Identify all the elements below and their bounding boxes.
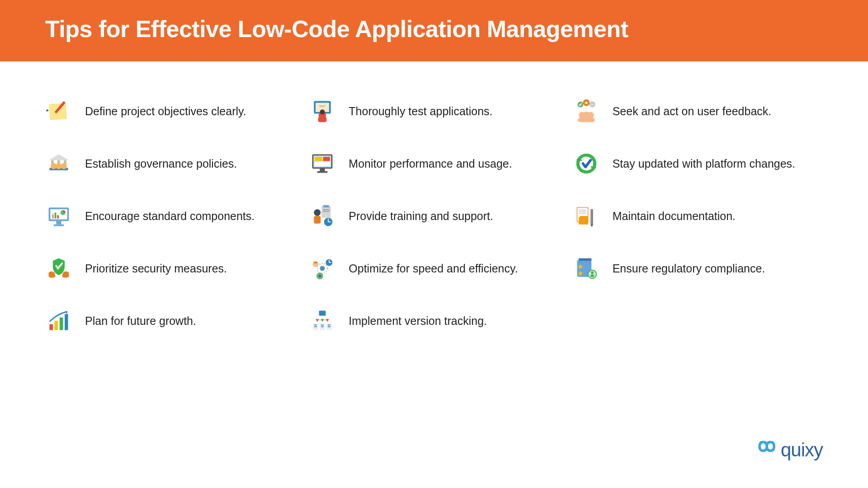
svg-point-76 xyxy=(592,104,593,105)
svg-rect-42 xyxy=(314,216,321,224)
brand-logo: quixy xyxy=(755,439,823,461)
svg-rect-20 xyxy=(55,321,58,330)
tip-label: Implement version tracking. xyxy=(349,314,487,328)
svg-point-69 xyxy=(587,112,594,119)
svg-marker-2 xyxy=(46,109,49,113)
column-1: Define project objectives clearly. Estab… xyxy=(45,98,295,334)
svg-point-75 xyxy=(591,104,592,105)
optimize-icon xyxy=(309,255,336,282)
svg-point-10 xyxy=(61,163,67,169)
svg-point-77 xyxy=(593,104,594,105)
infinity-icon xyxy=(755,439,776,461)
testing-icon: TEST xyxy=(309,98,336,125)
tip-item: Monitor performance and usage. xyxy=(309,150,559,177)
column-2: TEST Thoroughly test applications. xyxy=(309,98,559,334)
svg-marker-7 xyxy=(49,154,69,160)
note-pencil-icon xyxy=(45,98,72,125)
page-title: Tips for Effective Low-Code Application … xyxy=(45,15,823,42)
svg-rect-86 xyxy=(579,258,591,261)
tip-item: Implement version tracking. xyxy=(309,307,559,334)
content-grid: Define project objectives clearly. Estab… xyxy=(0,61,868,334)
svg-rect-34 xyxy=(315,162,330,166)
monitor-icon xyxy=(309,150,336,177)
tip-item: Define project objectives clearly. xyxy=(45,98,295,125)
tip-label: Plan for future growth. xyxy=(85,314,196,328)
svg-point-89 xyxy=(588,270,596,279)
tip-label: Provide training and support. xyxy=(349,210,493,223)
tip-label: Thoroughly test applications. xyxy=(349,105,492,118)
dashboard-icon xyxy=(45,202,72,230)
tip-item: Ensure regulatory compliance. xyxy=(573,255,823,282)
tip-item: Provide training and support. xyxy=(309,202,559,230)
svg-point-28 xyxy=(320,109,325,114)
svg-rect-36 xyxy=(317,171,327,173)
tip-item: Plan for future growth. xyxy=(45,307,295,334)
svg-rect-14 xyxy=(55,213,57,219)
svg-point-9 xyxy=(56,163,61,169)
svg-rect-22 xyxy=(65,314,68,330)
svg-rect-15 xyxy=(57,215,59,218)
refresh-check-icon xyxy=(573,150,600,177)
tip-item: Establish governance policies. xyxy=(45,150,295,177)
shield-hands-icon xyxy=(45,255,72,282)
svg-text:TEST: TEST xyxy=(319,105,326,108)
tip-label: Ensure regulatory compliance. xyxy=(613,262,765,275)
svg-rect-49 xyxy=(314,262,317,263)
svg-rect-37 xyxy=(321,206,331,218)
growth-chart-icon xyxy=(45,307,72,334)
tip-label: Seek and act on user feedback. xyxy=(613,105,772,118)
svg-rect-13 xyxy=(52,214,54,218)
svg-rect-33 xyxy=(323,157,330,161)
document-folder-icon xyxy=(573,202,600,230)
governance-icon xyxy=(45,150,72,177)
tip-label: Prioritize security measures. xyxy=(85,262,227,275)
tip-label: Stay updated with platform changes. xyxy=(613,157,795,170)
svg-rect-39 xyxy=(323,209,330,210)
tip-label: Define project objectives clearly. xyxy=(85,105,246,118)
tip-item: Seek and act on user feedback. xyxy=(573,98,823,125)
tip-label: Maintain documentation. xyxy=(613,210,736,223)
column-3: Seek and act on user feedback. Stay upda… xyxy=(573,98,823,334)
tip-label: Establish governance policies. xyxy=(85,157,237,170)
feedback-icon xyxy=(573,98,600,125)
svg-rect-38 xyxy=(323,205,329,208)
tip-item: TEST Thoroughly test applications. xyxy=(309,98,559,125)
brand-name: quixy xyxy=(781,439,823,461)
svg-rect-84 xyxy=(590,209,593,225)
svg-rect-19 xyxy=(49,324,52,330)
svg-point-8 xyxy=(51,163,57,169)
svg-rect-17 xyxy=(56,221,61,224)
tip-label: Optimize for speed and efficiency. xyxy=(349,262,518,275)
tip-item: Stay updated with platform changes. xyxy=(573,150,823,177)
svg-point-41 xyxy=(314,209,321,216)
svg-marker-85 xyxy=(590,225,593,227)
svg-rect-29 xyxy=(318,117,327,122)
svg-rect-35 xyxy=(320,169,325,171)
svg-rect-54 xyxy=(319,311,326,316)
tip-item: Optimize for speed and efficiency. xyxy=(309,255,559,282)
header: Tips for Effective Low-Code Application … xyxy=(0,0,868,61)
training-icon xyxy=(309,202,336,230)
svg-rect-70 xyxy=(578,118,594,122)
svg-rect-18 xyxy=(54,225,64,226)
compliance-icon xyxy=(573,255,600,282)
tip-item: Maintain documentation. xyxy=(573,202,823,230)
svg-rect-40 xyxy=(323,211,330,212)
version-tracking-icon xyxy=(309,307,336,334)
svg-point-90 xyxy=(591,272,594,274)
tip-label: Encourage standard components. xyxy=(85,210,255,223)
tip-item: Encourage standard components. xyxy=(45,202,295,230)
tip-label: Monitor performance and usage. xyxy=(349,157,512,170)
tip-item: Prioritize security measures. xyxy=(45,255,295,282)
svg-rect-32 xyxy=(315,157,323,161)
svg-rect-21 xyxy=(60,318,63,330)
